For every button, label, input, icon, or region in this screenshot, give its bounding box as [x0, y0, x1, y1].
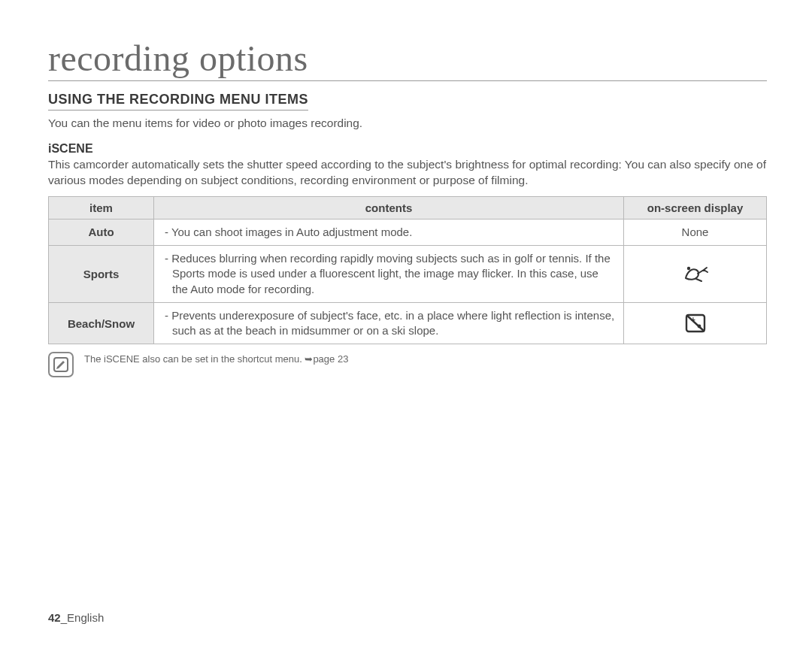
svg-text:+: +	[691, 316, 695, 324]
osd-cell	[624, 246, 767, 303]
svg-point-3	[697, 325, 701, 329]
svg-point-0	[686, 267, 689, 270]
item-cell: Beach/Snow	[49, 302, 154, 344]
item-cell: Sports	[49, 246, 154, 303]
note-row: The iSCENE also can be set in the shortc…	[48, 352, 767, 377]
subsection-description: This camcorder automatically sets the sh…	[48, 157, 767, 189]
item-cell: Auto	[49, 219, 154, 245]
table-header-row: item contents on-screen display	[49, 196, 767, 219]
contents-cell: - Prevents underexposure of subject's fa…	[154, 302, 624, 344]
col-header-contents: contents	[154, 196, 624, 219]
page-title: recording options	[48, 38, 767, 81]
pencil-note-icon	[53, 356, 69, 373]
osd-cell: None	[624, 219, 767, 245]
page-footer: 42_English	[48, 611, 104, 624]
beach-snow-icon: +	[684, 313, 707, 334]
note-body: The iSCENE also can be set in the shortc…	[84, 353, 304, 365]
note-text: The iSCENE also can be set in the shortc…	[84, 352, 348, 365]
col-header-item: item	[49, 196, 154, 219]
contents-text: - You can shoot images in Auto adjustmen…	[162, 225, 616, 240]
manual-page: recording options USING THE RECORDING ME…	[0, 0, 812, 651]
footer-language: English	[67, 611, 104, 624]
contents-text: - Prevents underexposure of subject's fa…	[162, 308, 616, 339]
page-number: 42	[48, 611, 61, 624]
note-icon	[48, 352, 74, 377]
note-pageref: page 23	[313, 353, 348, 365]
osd-cell: +	[624, 302, 767, 344]
sports-icon	[681, 263, 710, 284]
contents-text: - Reduces blurring when recording rapidl…	[162, 251, 616, 297]
iscene-table: item contents on-screen display Auto - Y…	[48, 196, 767, 345]
section-heading: USING THE RECORDING MENU ITEMS	[48, 92, 308, 111]
footer-separator: _	[61, 611, 67, 624]
table-row: Sports - Reduces blurring when recording…	[49, 246, 767, 303]
arrow-icon: ➥	[304, 353, 313, 365]
intro-text: You can the menu items for video or phot…	[48, 117, 767, 130]
contents-cell: - You can shoot images in Auto adjustmen…	[154, 219, 624, 245]
col-header-osd: on-screen display	[624, 196, 767, 219]
subsection-heading: iSCENE	[48, 142, 767, 156]
contents-cell: - Reduces blurring when recording rapidl…	[154, 246, 624, 303]
table-row: Beach/Snow - Prevents underexposure of s…	[49, 302, 767, 344]
table-row: Auto - You can shoot images in Auto adju…	[49, 219, 767, 245]
